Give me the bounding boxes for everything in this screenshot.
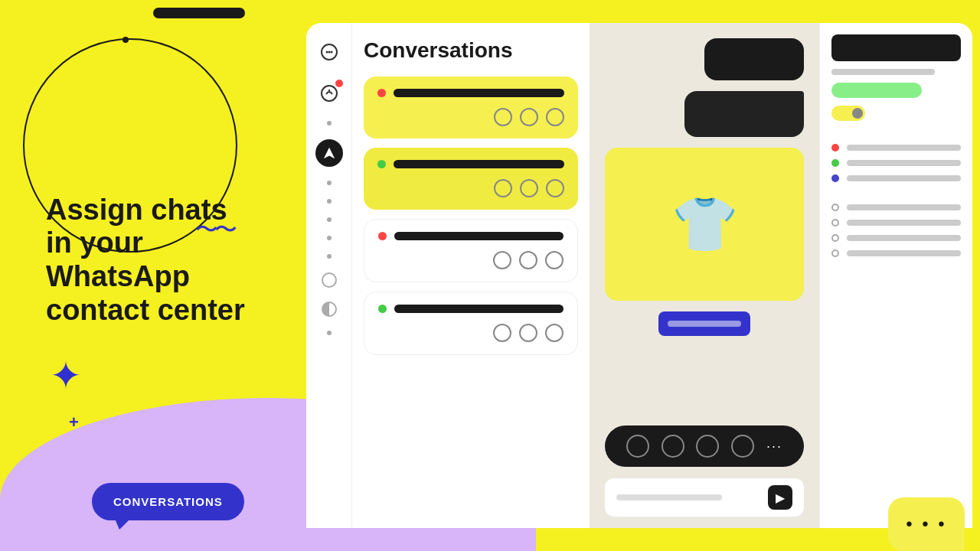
chat-bubble-outgoing-1 [704, 38, 804, 80]
tshirt-icon: 👕 [671, 193, 738, 256]
svg-point-3 [330, 51, 332, 54]
chat-bubble-outgoing-2 [684, 91, 804, 137]
status-dot-blue [831, 174, 839, 182]
spacer-2 [831, 190, 961, 196]
conv-action-icon-1c[interactable] [546, 108, 564, 126]
sidebar-icon-navigate[interactable] [315, 139, 343, 167]
sidebar [306, 23, 352, 528]
main-heading: Assign chats in your WhatsApp contact ce… [46, 194, 260, 328]
toolbar-btn-2[interactable] [662, 435, 684, 458]
left-section: Assign chats in your WhatsApp contact ce… [0, 0, 299, 551]
conv-status-dot-red-1 [377, 89, 386, 97]
toolbar-btn-3[interactable] [696, 435, 719, 458]
checkbox-2[interactable] [831, 219, 839, 227]
toolbar-btn-1[interactable] [626, 435, 649, 458]
right-row-checkbox-3 [831, 234, 961, 242]
bubble-typing-dots: • • • [906, 514, 947, 535]
sidebar-icon-notification[interactable] [315, 80, 343, 107]
right-row-checkbox-1 [831, 204, 961, 211]
svg-point-1 [325, 51, 328, 54]
status-dot-green [831, 159, 839, 167]
svg-point-4 [322, 86, 337, 101]
conv-action-icon-2b[interactable] [520, 179, 538, 197]
status-dot-red [831, 144, 839, 152]
sidebar-dot-3 [327, 199, 332, 204]
right-row-blue [831, 174, 961, 182]
sidebar-dot-1 [327, 121, 332, 126]
conv-action-icon-3c[interactable] [545, 251, 564, 269]
sidebar-dot-5 [327, 236, 332, 240]
sidebar-dot-4 [327, 217, 332, 222]
conv-action-icon-2a[interactable] [494, 179, 512, 197]
blue-action-button[interactable] [658, 311, 750, 336]
conv-action-icon-1b[interactable] [520, 108, 538, 126]
right-checkbox-label-3 [847, 235, 961, 241]
right-label-line-red [847, 145, 961, 151]
right-row-checkbox-4 [831, 249, 961, 257]
sidebar-dot-2 [327, 181, 332, 185]
app-top-bar-decoration [153, 8, 245, 18]
conv-action-icon-4b[interactable] [519, 324, 537, 342]
conversations-list-panel: Conversations [352, 23, 590, 528]
svg-marker-6 [323, 148, 334, 158]
right-checkbox-label-2 [847, 220, 961, 226]
sidebar-empty-circle[interactable] [322, 272, 337, 288]
checkbox-4[interactable] [831, 249, 839, 257]
conv-action-icon-4c[interactable] [545, 324, 564, 342]
conv-name-bar-3 [394, 232, 564, 240]
conv-status-dot-green-2 [377, 160, 386, 168]
toolbar-more-icon[interactable]: ··· [766, 439, 782, 455]
app-panel: Conversations [306, 23, 972, 528]
product-card: 👕 [605, 148, 804, 301]
conv-name-bar-1 [394, 89, 564, 97]
right-panel-toggle[interactable] [831, 106, 865, 121]
right-label-line-blue [847, 175, 961, 181]
conv-action-icon-3a[interactable] [493, 251, 511, 269]
right-panel-header-bar [831, 34, 961, 61]
toolbar-btn-4[interactable] [731, 435, 754, 458]
chat-toolbar: ··· [605, 425, 804, 467]
conversations-button[interactable]: CONVERSATIONS [92, 483, 244, 520]
sidebar-icon-chat[interactable] [315, 38, 343, 66]
conv-action-icons-2 [377, 179, 564, 197]
notification-badge [335, 80, 343, 87]
conversation-item-2[interactable] [364, 148, 578, 210]
right-checkbox-label-4 [847, 250, 961, 256]
bottom-right-chat-bubble: • • • [888, 497, 965, 551]
checkbox-3[interactable] [831, 234, 839, 242]
right-row-green [831, 159, 961, 167]
conv-action-icon-3b[interactable] [519, 251, 537, 269]
send-button[interactable]: ▶ [768, 485, 792, 510]
right-panel-green-bar [831, 83, 922, 98]
right-extra-panel [819, 23, 972, 528]
checkbox-1[interactable] [831, 204, 839, 211]
conv-name-bar-2 [394, 160, 564, 168]
conv-action-icons-3 [378, 251, 564, 269]
conv-action-icons-4 [378, 324, 564, 342]
chat-detail-panel: 👕 ··· ▶ [590, 23, 819, 528]
right-row-red [831, 144, 961, 152]
right-checkbox-label-1 [847, 204, 961, 210]
conv-action-icon-2c[interactable] [546, 179, 564, 197]
right-panel-line-1 [831, 69, 935, 75]
conv-action-icon-1a[interactable] [494, 108, 512, 126]
sidebar-dot-7 [327, 331, 332, 335]
svg-point-2 [328, 51, 330, 54]
conv-status-dot-red-3 [378, 232, 387, 240]
conversation-item-3[interactable] [364, 219, 578, 282]
chat-input-bar[interactable]: ▶ [605, 478, 804, 517]
conversation-item-4[interactable] [364, 292, 578, 355]
conv-action-icon-4a[interactable] [493, 324, 511, 342]
right-label-line-green [847, 160, 961, 166]
conv-name-bar-4 [394, 305, 564, 313]
conv-status-dot-green-4 [378, 305, 387, 313]
chat-input-placeholder [616, 494, 722, 500]
conversations-button-label: CONVERSATIONS [113, 495, 223, 508]
right-row-checkbox-2 [831, 219, 961, 227]
sidebar-half-circle[interactable] [322, 302, 337, 317]
sidebar-dot-6 [327, 254, 332, 259]
conversation-item-1[interactable] [364, 77, 578, 139]
conversations-title: Conversations [364, 38, 578, 63]
blue-btn-label-bar [668, 321, 741, 327]
spacer-1 [831, 129, 961, 136]
